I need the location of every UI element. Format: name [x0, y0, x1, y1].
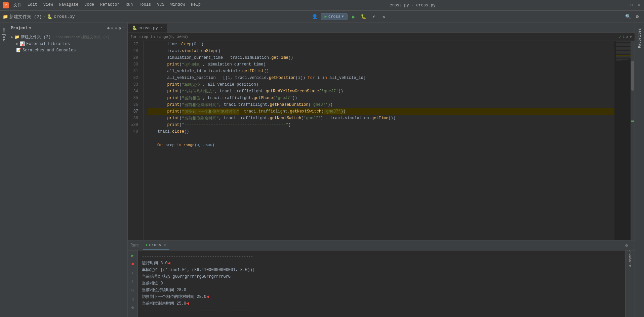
run-button[interactable]: ▶	[350, 13, 358, 21]
code-line-29: simulation_current_time = traci.simulati…	[148, 54, 614, 61]
run-scroll-down-button[interactable]: ↓	[129, 269, 136, 277]
code-line-28: traci.simulationStep()	[148, 48, 614, 54]
search-button[interactable]: 🔍	[624, 13, 632, 21]
code-line-39: print("---------------------------------…	[148, 122, 614, 128]
bottom-tab-cross[interactable]: ● cross ×	[143, 241, 169, 250]
side-tabs: Project	[0, 23, 8, 317]
user-icon[interactable]: 👤	[311, 13, 319, 21]
run-configuration[interactable]: ▶ cross ▼	[321, 13, 348, 20]
ln-39: ◁39	[128, 122, 141, 128]
code-line-36: print("当前相位持续时间", traci.trafficlight.get…	[148, 101, 614, 108]
tab-file-icon: 🐍	[132, 26, 137, 31]
title-bar-left: P 文件 Edit View Navigate Code Refactor Ru…	[3, 1, 203, 9]
run-wrap-button[interactable]: ≡↓	[129, 287, 136, 294]
run-config-area: 👤 ▶ cross ▼ ▶ 🐛 ⚡ ↻	[311, 13, 388, 21]
menu-code[interactable]: Code	[82, 1, 97, 9]
menu-window[interactable]: Window	[168, 1, 188, 9]
console-line-next-switch: 切换到下一个相位的绝对时间 28.0 ◄	[142, 293, 621, 300]
ln-30: 30	[128, 61, 141, 68]
run-tab-label: cross	[149, 243, 161, 247]
run-play-button[interactable]: ▶	[129, 252, 136, 259]
profile-button[interactable]: ⚡	[370, 13, 378, 21]
editor-status-area: ✓ 1 ∧ ∨	[619, 34, 632, 39]
run-config-dropdown-icon: ▼	[342, 15, 344, 18]
tree-item-scratches[interactable]: 📝 Scratches and Consoles	[8, 47, 127, 53]
editor-scrollbar[interactable]	[631, 41, 635, 240]
caret-down-icon[interactable]: ∨	[630, 35, 632, 39]
project-collapse-icon[interactable]: ≡	[111, 26, 113, 31]
ln-42	[128, 142, 141, 148]
tree-item-arrow: ▶	[11, 35, 13, 40]
menu-refactor[interactable]: Refactor	[97, 1, 122, 9]
ln-31: 31	[128, 68, 141, 75]
console-dashes-bottom-text: ----------------------------------------…	[142, 307, 253, 314]
run-tab-close[interactable]: ×	[164, 243, 166, 247]
bar-chart-icon: 📊	[20, 41, 25, 46]
panel-minimize-icon[interactable]: −	[629, 243, 632, 248]
project-settings-icon[interactable]: ⚙	[119, 26, 121, 31]
caret-up-icon[interactable]: ∧	[626, 35, 629, 39]
right-side-tabs: Structure	[625, 251, 635, 317]
arrow-icon-runtime: ◄	[168, 260, 170, 267]
menu-tools[interactable]: Tools	[136, 1, 154, 9]
menu-view[interactable]: View	[41, 1, 56, 9]
code-lines[interactable]: time.sleep(0.1) traci.simulationStep() s…	[144, 41, 614, 240]
folder-icon: 📁	[14, 35, 19, 40]
ln-34: 34	[128, 88, 141, 95]
console-dashes-text: ----------------------------------------…	[142, 253, 253, 260]
run-scroll-up-button[interactable]: ↑	[129, 278, 136, 285]
main-toolbar: 📁 新建文件夹 (2) › 🐍 cross.py 👤 ▶ cross ▼ ▶ 🐛…	[0, 11, 644, 23]
tree-item-root[interactable]: ▶ 📁 新建文件夹 (2) E:\SUMO\test\新建文件夹 (2)	[8, 34, 127, 41]
code-line-34: print("当前信号灯状态", traci.trafficlight.getR…	[148, 88, 614, 95]
menu-vcs[interactable]: VCS	[154, 1, 167, 9]
project-minimize-icon[interactable]: −	[122, 26, 125, 31]
breadcrumb: 📁 新建文件夹 (2) › 🐍 cross.py	[3, 14, 75, 20]
project-tab[interactable]: Project	[1, 24, 7, 45]
run-label: Run:	[130, 243, 140, 248]
ln-36: 36	[128, 101, 141, 108]
tree-item-root-label: 新建文件夹 (2)	[21, 34, 51, 40]
menu-help[interactable]: Help	[188, 1, 203, 9]
code-line-32: all_vehicle_position = [(i, traci.vehicl…	[148, 75, 614, 81]
tab-close-icon[interactable]: ×	[161, 26, 163, 30]
tab-bar: 🐍 cross.py ×	[128, 23, 635, 33]
close-button[interactable]: ×	[637, 3, 641, 8]
project-expand-icon[interactable]: ≡	[115, 26, 117, 31]
maximize-button[interactable]: □	[629, 3, 634, 8]
ln-27: 27	[128, 41, 141, 48]
menu-navigate[interactable]: Navigate	[56, 1, 81, 9]
project-header: Project ▼ ⊕ ≡ ≡ ⚙ −	[8, 23, 127, 34]
console-next-switch-text: 切换到下一个相位的绝对时间 28.0	[142, 293, 206, 300]
title-bar: P 文件 Edit View Navigate Code Refactor Ru…	[0, 0, 644, 11]
minimize-button[interactable]: −	[622, 3, 627, 8]
project-dropdown-icon[interactable]: ▼	[29, 27, 31, 30]
debug-button[interactable]: 🐛	[360, 13, 368, 21]
menu-edit[interactable]: Edit	[25, 1, 40, 9]
main-layout: Project Project ▼ ⊕ ≡ ≡ ⚙ − ▶ 📁	[0, 23, 644, 317]
editor-tab-cross[interactable]: 🐍 cross.py ×	[128, 23, 167, 33]
tree-item-external-libs[interactable]: ▶ 📊 External Libraries	[8, 41, 127, 47]
run-config-label: cross	[328, 14, 340, 19]
line-numbers: 27 28 29 30 31 32 33 34 35 36 37 38 ◁39 …	[128, 41, 144, 240]
scroll-thumb[interactable]	[631, 61, 634, 91]
bottom-tabs: Run: ● cross ×	[130, 241, 169, 250]
breadcrumb-separator: ›	[43, 14, 46, 19]
arrow-icon-next-switch: ◄	[206, 293, 209, 300]
run-stop-button[interactable]: ■	[129, 261, 136, 268]
scratch-icon: 📝	[16, 48, 21, 53]
run-copy-button[interactable]: ⎘	[129, 296, 136, 303]
window-controls: − □ ×	[622, 3, 641, 8]
panel-settings-icon[interactable]: ⚙	[625, 243, 628, 248]
menu-file[interactable]: 文件	[11, 1, 24, 9]
favorites-tab[interactable]: Favorites	[636, 26, 643, 51]
update-button[interactable]: ↻	[380, 13, 388, 21]
structure-tab[interactable]: Structure	[627, 253, 634, 261]
project-label: Project	[11, 26, 28, 31]
settings-button[interactable]: ⚙	[633, 13, 641, 21]
menu-run[interactable]: Run	[123, 1, 136, 9]
editor-breadcrumb-content: for step in range(0, 3600)	[130, 35, 188, 39]
ln-37: 37	[128, 108, 141, 115]
code-line-35: print("当前相位", traci.trafficlight.getPhas…	[148, 95, 614, 101]
project-locate-icon[interactable]: ⊕	[107, 26, 110, 31]
run-clear-button[interactable]: 🗑	[129, 304, 136, 312]
